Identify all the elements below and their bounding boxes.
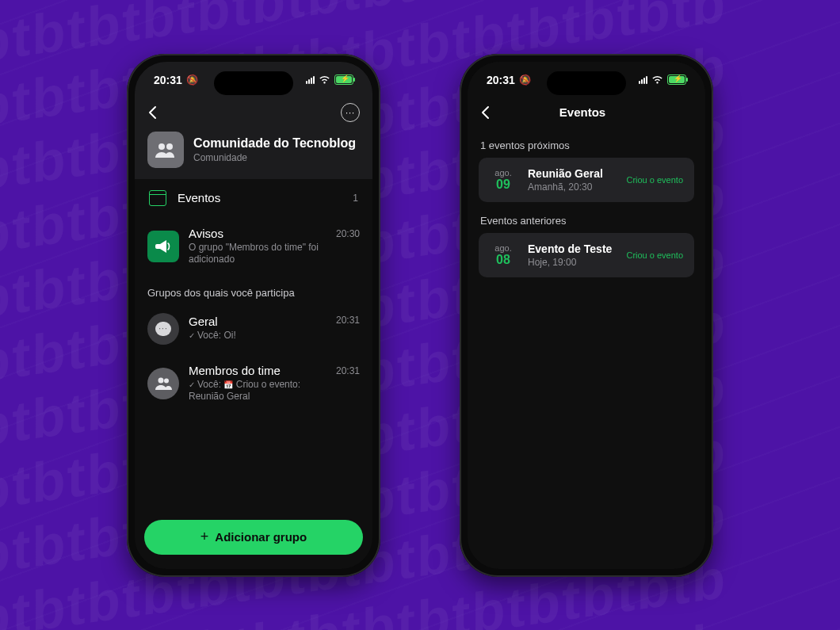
phone-right: 20:31 🔕 ⚡ Eventos 1 eventos pró [460,54,713,577]
event-date: ago. 09 [490,168,517,192]
community-subtitle: Comunidade [193,152,356,163]
group-time: 20:31 [336,365,360,376]
back-button[interactable] [480,105,490,120]
past-events-label: Eventos anteriores [468,202,705,233]
event-owner-badge: Criou o evento [626,250,683,260]
community-title: Comunidade do Tecnoblog [193,136,356,151]
groups-section-label: Grupos dos quais você participa [135,276,372,304]
chat-bubble-icon [147,313,179,345]
screen-events: 20:31 🔕 ⚡ Eventos 1 eventos pró [468,62,705,569]
event-owner-badge: Criou o evento [626,175,683,185]
svg-point-3 [164,378,169,383]
svg-point-0 [158,143,165,150]
events-row[interactable]: Eventos 1 [135,179,372,217]
group-preview: ✓Você: 📅 Criou o evento: Reunião Geral [189,379,326,403]
group-item-membros[interactable]: Membros do time ✓Você: 📅 Criou o evento:… [135,354,372,413]
silent-mode-icon: 🔕 [185,73,199,86]
event-time: Amanhã, 20:30 [528,181,615,193]
group-preview: ✓Você: Oi! [189,330,326,342]
community-header[interactable]: Comunidade do Tecnoblog Comunidade [135,127,372,179]
battery-icon: ⚡ [334,74,353,85]
group-item-geral[interactable]: Geral ✓Você: Oi! 20:31 [135,304,372,354]
sent-check-icon: ✓ [189,380,195,389]
people-icon [147,368,179,399]
sent-check-icon: ✓ [189,331,195,340]
svg-point-1 [166,143,173,150]
group-time: 20:31 [336,315,360,326]
avisos-subtitle: O grupo "Membros do time" foi adicionado [189,242,326,266]
community-avatar-icon [147,132,184,168]
silent-mode-icon: 🔕 [518,73,532,86]
svg-point-2 [158,377,164,383]
more-options-button[interactable]: ··· [341,103,360,122]
avisos-title: Avisos [189,227,326,240]
event-time: Hoje, 19:00 [528,257,615,268]
events-label: Eventos [178,191,342,204]
event-card-upcoming[interactable]: ago. 09 Reunião Geral Amanhã, 20:30 Crio… [479,158,694,202]
notch [214,71,293,95]
avisos-time: 20:30 [336,228,360,239]
status-time: 20:31 [154,74,182,86]
page-title: Eventos [490,105,675,119]
nav-bar: Eventos [468,98,705,127]
battery-icon: ⚡ [667,74,686,85]
nav-bar: ··· [135,98,372,127]
upcoming-events-label: 1 eventos próximos [468,127,705,158]
event-title: Reunião Geral [528,167,615,180]
events-count: 1 [353,193,358,204]
add-group-button[interactable]: + Adicionar grupo [144,520,363,555]
wifi-icon [651,75,663,84]
phone-left: 20:31 🔕 ⚡ ··· [127,54,380,577]
megaphone-icon [147,231,179,262]
cellular-signal-icon [639,76,647,84]
notch [547,71,626,95]
wifi-icon [319,75,330,84]
plus-icon: + [200,529,209,545]
group-title: Geral [189,315,326,328]
event-date: ago. 08 [490,243,517,267]
event-title: Evento de Teste [528,242,615,255]
avisos-row[interactable]: Avisos O grupo "Membros do time" foi adi… [135,217,372,276]
add-group-label: Adicionar grupo [215,530,307,544]
calendar-icon [149,190,166,206]
group-title: Membros do time [189,364,326,377]
back-button[interactable] [147,105,157,120]
status-time: 20:31 [487,74,515,86]
cellular-signal-icon [306,76,315,84]
event-card-past[interactable]: ago. 08 Evento de Teste Hoje, 19:00 Crio… [479,233,694,277]
screen-community: 20:31 🔕 ⚡ ··· [135,62,372,569]
